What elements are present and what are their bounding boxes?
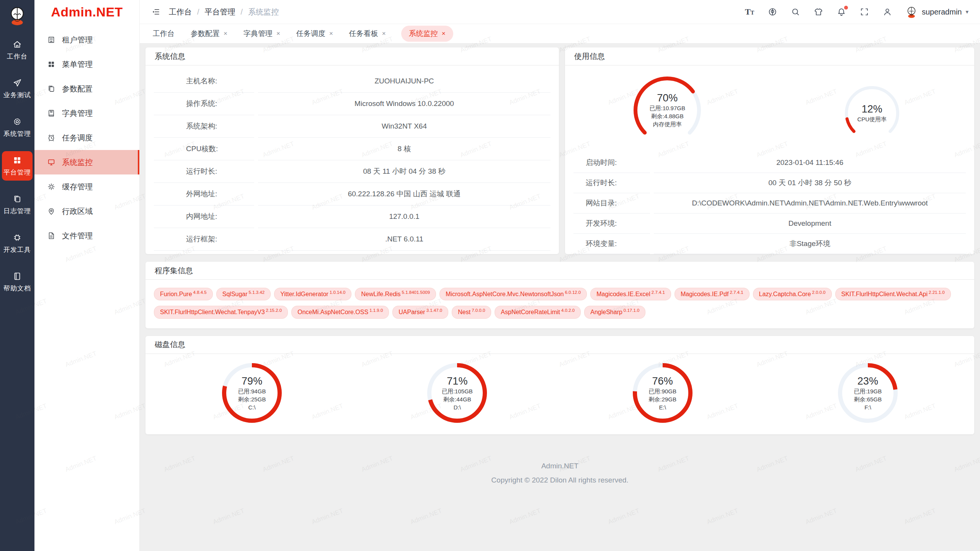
card-title: 系统信息 xyxy=(145,47,559,65)
rail-item-gear[interactable]: 系统管理 xyxy=(2,112,33,142)
usage-gauges: 70%已用:10.97GB剩余:4.88GB内存使用率12%CPU使用率 xyxy=(565,65,974,153)
content: 系统信息 主机名称:ZUOHUAIJUN-PC操作系统:Microsoft Wi… xyxy=(140,44,980,551)
rail-item-chip[interactable]: 开发工具 xyxy=(2,228,33,258)
topbar: 工作台/平台管理/系统监控 TT superadmin ▾ xyxy=(140,0,980,24)
info-row: 运行时长:08 天 11 小时 04 分 38 秒 xyxy=(154,160,550,183)
main-area: 工作台/平台管理/系统监控 TT superadmin ▾ 工作台参数配置×字典… xyxy=(140,0,980,551)
left-rail: 工作台业务测试系统管理平台管理日志管理开发工具帮助文档 xyxy=(0,0,34,551)
sidebar-item-region[interactable]: 行政区域 xyxy=(34,199,139,223)
breadcrumb-item[interactable]: 平台管理 xyxy=(205,7,235,17)
memory-gauge: 70%已用:10.97GB剩余:4.88GB内存使用率 xyxy=(565,77,770,144)
info-row: 系统架构:Win32NT X64 xyxy=(154,115,550,138)
assembly-tag: Microsoft.AspNetCore.Mvc.NewtonsoftJson6… xyxy=(439,288,587,300)
rail-item-book[interactable]: 帮助文档 xyxy=(2,267,33,297)
region-icon xyxy=(47,207,56,215)
info-row: 操作系统:Microsoft Windows 10.0.22000 xyxy=(154,93,550,115)
book-icon xyxy=(13,272,22,281)
info-row: 开发环境:Development xyxy=(573,214,966,234)
assembly-tag: AngleSharp0.17.1.0 xyxy=(584,306,645,318)
system-info-card: 系统信息 主机名称:ZUOHUAIJUN-PC操作系统:Microsoft Wi… xyxy=(145,47,559,254)
cpu-gauge: 12%CPU使用率 xyxy=(770,80,975,140)
info-row: 启动时间:2023-01-04 11:15:46 xyxy=(573,153,966,173)
close-icon[interactable]: × xyxy=(224,30,227,37)
assembly-tag: Yitter.IdGenerator1.0.14.0 xyxy=(274,288,351,300)
gauge-percent: 70% xyxy=(657,92,678,104)
info-row: 内网地址:127.0.0.1 xyxy=(154,205,550,228)
app-root: 工作台业务测试系统管理平台管理日志管理开发工具帮助文档 Admin.NET 租户… xyxy=(0,0,980,551)
sidebar-item-tenant[interactable]: 租户管理 xyxy=(34,28,139,52)
sidebar-item-menu[interactable]: 菜单管理 xyxy=(34,52,139,77)
language-icon[interactable] xyxy=(768,7,777,16)
menu-fold-icon[interactable] xyxy=(151,7,160,16)
schedule-icon xyxy=(47,134,56,142)
rail-nav: 工作台业务测试系统管理平台管理日志管理开发工具帮助文档 xyxy=(2,26,33,297)
assembly-tag: UAParser3.1.47.0 xyxy=(392,306,448,318)
sidebar-nav: 租户管理菜单管理参数配置字典管理任务调度系统监控缓存管理行政区域文件管理 xyxy=(34,28,139,248)
rail-item-home[interactable]: 工作台 xyxy=(2,35,33,65)
monitor-icon xyxy=(47,158,56,166)
assembly-tag: SKIT.FlurlHttpClient.Wechat.TenpayV32.15… xyxy=(154,306,288,318)
card-title: 使用信息 xyxy=(565,47,974,65)
breadcrumb-item[interactable]: 工作台 xyxy=(169,7,192,17)
copy-icon xyxy=(13,194,22,204)
chevron-down-icon: ▾ xyxy=(965,8,969,15)
topbar-actions: TT xyxy=(745,7,892,16)
assembly-tag: OnceMi.AspNetCore.OSS1.1.9.0 xyxy=(291,306,389,318)
username: superadmin xyxy=(922,8,962,16)
rail-item-grid[interactable]: 平台管理 xyxy=(2,151,33,181)
assemblies-card: 程序集信息 Furion.Pure4.8.4.5SqlSugar5.1.3.42… xyxy=(145,262,974,328)
fullscreen-icon[interactable] xyxy=(860,7,869,16)
rail-item-copy[interactable]: 日志管理 xyxy=(2,190,33,219)
assembly-tag: SqlSugar5.1.3.42 xyxy=(216,288,271,300)
tab-5[interactable]: 系统监控× xyxy=(401,26,453,42)
menu-icon xyxy=(47,60,56,68)
profile-person-icon[interactable] xyxy=(883,7,892,16)
close-icon[interactable]: × xyxy=(276,30,280,37)
page-footer: Admin.NET Copyright © 2022 Dilon All rig… xyxy=(145,459,974,487)
tab-1[interactable]: 参数配置× xyxy=(190,26,228,42)
gauge-percent: 79% xyxy=(242,375,262,387)
brand-logo: Admin.NET xyxy=(34,0,139,24)
assembly-tags: Furion.Pure4.8.4.5SqlSugar5.1.3.42Yitter… xyxy=(145,280,974,328)
disk-gauge: 79%已用:94GB剩余:25GBC:\ xyxy=(149,363,354,423)
footer-copyright: Copyright © 2022 Dilon All rights reserv… xyxy=(145,473,974,487)
sidebar-item-file[interactable]: 文件管理 xyxy=(34,223,139,248)
user-avatar xyxy=(905,5,918,18)
theme-shirt-icon[interactable] xyxy=(814,7,823,16)
close-icon[interactable]: × xyxy=(382,30,386,37)
sidebar-item-schedule[interactable]: 任务调度 xyxy=(34,126,139,150)
tab-4[interactable]: 任务看板× xyxy=(348,26,387,42)
usage-info-list: 启动时间:2023-01-04 11:15:46运行时长:00 天 01 小时 … xyxy=(565,153,974,254)
tab-0[interactable]: 工作台 xyxy=(152,26,175,42)
badge-dot xyxy=(844,6,848,10)
card-title: 程序集信息 xyxy=(145,262,974,280)
notification-bell-icon[interactable] xyxy=(837,7,846,16)
assembly-tag: Lazy.Captcha.Core2.0.0.0 xyxy=(753,288,832,300)
assembly-tag: SKIT.FlurlHttpClient.Wechat.Api2.21.1.0 xyxy=(835,288,951,300)
font-size-icon[interactable]: TT xyxy=(745,7,754,16)
gauge-percent: 71% xyxy=(447,375,467,387)
info-row: CPU核数:8 核 xyxy=(154,138,550,160)
assembly-tag: Magicodes.IE.Pdf2.7.4.1 xyxy=(675,288,750,300)
user-menu[interactable]: superadmin ▾ xyxy=(905,5,969,18)
search-icon[interactable] xyxy=(791,7,800,16)
sidebar-item-cache[interactable]: 缓存管理 xyxy=(34,174,139,199)
info-row: 外网地址:60.222.128.26 中国 山西 运城 联通 xyxy=(154,183,550,205)
disk-gauges: 79%已用:94GB剩余:25GBC:\71%已用:105GB剩余:44GBD:… xyxy=(145,354,974,434)
breadcrumb-item: 系统监控 xyxy=(248,7,279,17)
close-icon[interactable]: × xyxy=(329,30,333,37)
disk-gauge: 76%已用:90GB剩余:29GBE:\ xyxy=(560,363,765,423)
app-logo-avatar[interactable] xyxy=(7,5,28,26)
sidebar-item-params[interactable]: 参数配置 xyxy=(34,77,139,101)
usage-info-card: 使用信息 70%已用:10.97GB剩余:4.88GB内存使用率12%CPU使用… xyxy=(565,47,974,254)
assembly-tag: Nest7.0.0.0 xyxy=(452,306,491,318)
tab-3[interactable]: 任务调度× xyxy=(296,26,334,42)
chip-icon xyxy=(13,233,22,242)
close-icon[interactable]: × xyxy=(442,30,446,37)
cache-icon xyxy=(47,183,56,191)
rail-item-send[interactable]: 业务测试 xyxy=(2,74,33,103)
file-icon xyxy=(47,231,56,240)
sidebar-item-dict[interactable]: 字典管理 xyxy=(34,101,139,126)
sidebar-item-monitor[interactable]: 系统监控 xyxy=(34,150,139,174)
tab-2[interactable]: 字典管理× xyxy=(243,26,281,42)
